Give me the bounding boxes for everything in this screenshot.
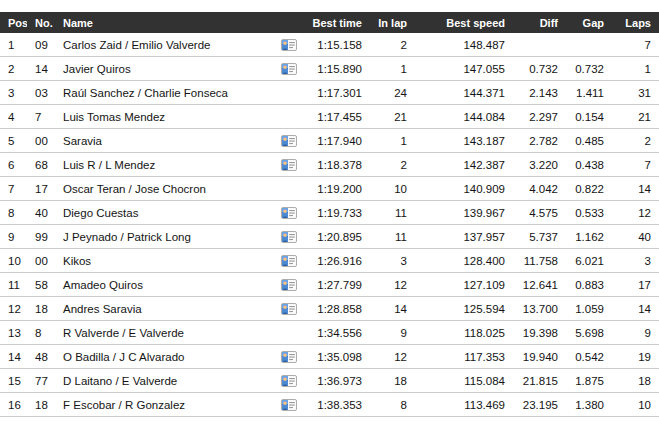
driver-card-cell (270, 129, 300, 153)
cell-diff: 11.758 (509, 249, 562, 273)
cell-diff: 23.195 (509, 393, 562, 417)
cell-pos: 7 (0, 177, 27, 201)
cell-gap: 0.822 (562, 177, 608, 201)
cell-pos: 6 (0, 153, 27, 177)
driver-card-icon[interactable] (281, 39, 297, 51)
cell-pos: 10 (0, 249, 27, 273)
cell-laps: 17 (608, 273, 659, 297)
cell-name: D Laitano / E Valverde (62, 369, 270, 393)
driver-card-icon[interactable] (281, 399, 297, 411)
driver-card-icon[interactable] (281, 159, 297, 171)
cell-best_time: 1:17.455 (300, 105, 366, 129)
cell-gap: 1.411 (562, 81, 608, 105)
cell-best_time: 1:18.378 (300, 153, 366, 177)
cell-best_time: 1:35.098 (300, 345, 366, 369)
driver-card-icon[interactable] (281, 63, 297, 75)
cell-diff: 19.940 (509, 345, 562, 369)
driver-card-icon[interactable] (281, 303, 297, 315)
cell-best_speed: 148.487 (411, 33, 509, 57)
cell-gap: 0.438 (562, 153, 608, 177)
driver-card-icon[interactable] (281, 255, 297, 267)
cell-no: 68 (27, 153, 62, 177)
cell-laps: 21 (608, 105, 659, 129)
driver-card-cell (270, 81, 300, 105)
cell-name: Luis Tomas Mendez (62, 105, 270, 129)
cell-gap: 5.698 (562, 321, 608, 345)
cell-diff: 5.737 (509, 225, 562, 249)
driver-card-icon[interactable] (281, 375, 297, 387)
cell-laps: 19 (608, 345, 659, 369)
cell-in_lap: 11 (366, 225, 411, 249)
cell-best_speed: 125.594 (411, 297, 509, 321)
cell-in_lap: 10 (366, 177, 411, 201)
column-header-pos: Pos (0, 12, 27, 33)
column-header-no: No. (27, 12, 62, 33)
cell-no: 7 (27, 417, 62, 423)
cell-in_lap: 2 (366, 33, 411, 57)
cell-laps: 2 (608, 129, 659, 153)
driver-card-cell (270, 249, 300, 273)
column-header-in_lap: In lap (366, 12, 411, 33)
cell-laps: 7 (608, 153, 659, 177)
cell-best_speed: 127.109 (411, 273, 509, 297)
driver-card-icon[interactable] (281, 135, 297, 147)
cell-in_lap: 12 (366, 417, 411, 423)
cell-no: 09 (27, 33, 62, 57)
cell-name: Oscar Teran / Jose Chocron (62, 177, 270, 201)
cell-no: 48 (27, 345, 62, 369)
column-header-best_speed: Best speed (411, 12, 509, 33)
cell-gap: 0.533 (562, 201, 608, 225)
cell-pos: 3 (0, 81, 27, 105)
cell-pos: 1 (0, 33, 27, 57)
cell-in_lap: 9 (366, 321, 411, 345)
driver-card-cell (270, 57, 300, 81)
cell-name: Saravia (62, 129, 270, 153)
cell-no: 14 (27, 57, 62, 81)
cell-in_lap: 1 (366, 129, 411, 153)
cell-pos: 14 (0, 345, 27, 369)
cell-no: 00 (27, 249, 62, 273)
cell-best_time: 1:36.973 (300, 369, 366, 393)
cell-diff: 4.575 (509, 201, 562, 225)
column-header-driver-card (270, 12, 300, 33)
cell-best_speed: 115.084 (411, 369, 509, 393)
cell-no: 40 (27, 201, 62, 225)
table-row: 840Diego Cuestas 1:19.73311139.9674.5750… (0, 201, 659, 225)
driver-card-icon[interactable] (281, 279, 297, 291)
cell-pos: 5 (0, 129, 27, 153)
cell-in_lap: 2 (366, 153, 411, 177)
cell-gap: 6.021 (562, 249, 608, 273)
driver-card-cell (270, 369, 300, 393)
cell-no: 03 (27, 81, 62, 105)
cell-pos: 9 (0, 225, 27, 249)
cell-best_time: 1:27.799 (300, 273, 366, 297)
cell-pos: 8 (0, 201, 27, 225)
cell-diff: 24.035 (509, 417, 562, 423)
cell-gap: 0.154 (562, 105, 608, 129)
table-row: 1577D Laitano / E Valverde 1:36.97318115… (0, 369, 659, 393)
driver-card-icon[interactable] (281, 207, 297, 219)
cell-name: Carlos Zaid / Emilio Valverde (62, 33, 270, 57)
cell-best_time: 1:15.158 (300, 33, 366, 57)
cell-gap: 1.059 (562, 297, 608, 321)
cell-name: Kikos (62, 249, 270, 273)
cell-gap: 0.883 (562, 273, 608, 297)
cell-best_time: 1:39.193 (300, 417, 366, 423)
driver-card-cell (270, 33, 300, 57)
cell-diff (509, 33, 562, 57)
cell-best_speed: 147.055 (411, 57, 509, 81)
timing-results-page: PosNo.NameBest timeIn lapBest speedDiffG… (0, 0, 659, 423)
cell-gap: 0.485 (562, 129, 608, 153)
cell-name: F Escobar / R Gonzalez (62, 393, 270, 417)
driver-card-icon[interactable] (281, 231, 297, 243)
cell-laps: 10 (608, 393, 659, 417)
table-row: 1000Kikos 1:26.9163128.40011.7586.0213 (0, 249, 659, 273)
cell-diff: 4.042 (509, 177, 562, 201)
table-row: 668Luis R / L Mendez 1:18.3782142.3873.2… (0, 153, 659, 177)
cell-diff: 12.641 (509, 273, 562, 297)
cell-in_lap: 18 (366, 369, 411, 393)
driver-card-icon[interactable] (281, 351, 297, 363)
cell-name: R Valverde / E Valverde (62, 321, 270, 345)
cell-best_time: 1:38.353 (300, 393, 366, 417)
cell-best_speed: 139.967 (411, 201, 509, 225)
